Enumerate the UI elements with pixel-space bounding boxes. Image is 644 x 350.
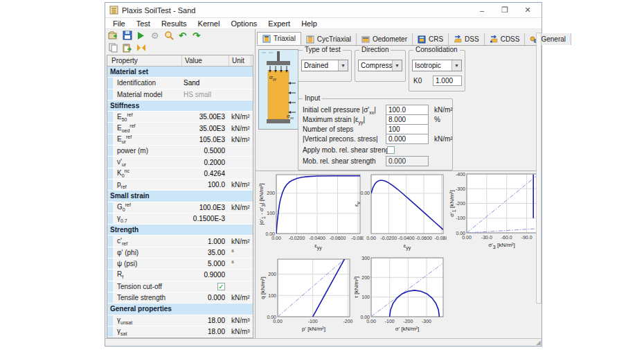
direction-label: Direction	[359, 46, 391, 53]
direction-dropdown[interactable]: Compression ▼	[358, 60, 402, 71]
property-label: γsat	[113, 327, 182, 336]
svg-text:-0.0400: -0.0400	[398, 236, 415, 240]
input-row-label: Maximum strain |εyy|	[303, 116, 365, 125]
type-of-test-groupbox: Type of test Drained ▼	[298, 50, 352, 82]
input-field[interactable]: 100.0	[386, 105, 429, 115]
svg-text:-0.0600: -0.0600	[330, 236, 346, 240]
property-value[interactable]: 35.00	[182, 249, 229, 256]
menu-test[interactable]: Test	[132, 19, 155, 28]
apply-mob-shear-checkbox[interactable]	[387, 146, 395, 154]
menu-file[interactable]: File	[108, 19, 130, 28]
property-value[interactable]: 100.0E3	[182, 204, 229, 211]
chart-mohr-circle: 0.00-100-200-3000.00100200300τ [kN/m²]σ'…	[352, 256, 447, 335]
row-gutter	[107, 270, 113, 280]
tab-cdss[interactable]: CDSS	[485, 33, 526, 45]
row-gutter	[107, 315, 113, 326]
table-row: Eurref105.0E3kN/m²	[107, 134, 253, 146]
property-value[interactable]: 0.5000	[182, 147, 229, 155]
tab-cyctriaxial[interactable]: CycTriaxial	[301, 33, 357, 45]
consolidation-value: Isotropic	[413, 62, 451, 69]
property-label: γunsat	[113, 316, 182, 325]
title-bar[interactable]: Plaxis SoilTest - Sand – ❐ ✕	[105, 3, 542, 18]
chart-volumetric-strain: 0.00-0.0200-0.0400-0.0600-0.0800.00εvεyy	[353, 173, 447, 252]
save-icon[interactable]	[121, 30, 133, 41]
section-row: Small strain	[107, 191, 253, 202]
row-gutter	[107, 146, 113, 156]
property-value[interactable]: 105.0E3	[182, 136, 229, 143]
property-value[interactable]: Sand	[182, 79, 229, 87]
input-field[interactable]: 8.000	[386, 114, 429, 125]
svg-text:0.00: 0.00	[271, 236, 281, 240]
tab-label: CDSS	[501, 35, 520, 43]
input-unit: %	[434, 116, 440, 123]
resize-grip[interactable]: ◢	[536, 340, 541, 346]
menu-kernel[interactable]: Kernel	[193, 19, 225, 28]
property-value[interactable]: 0.1500E-3	[182, 215, 229, 222]
property-value[interactable]: ✓	[182, 283, 229, 291]
svg-text:-100: -100	[308, 319, 318, 324]
column-header-spacer	[251, 55, 253, 66]
run-icon[interactable]	[135, 30, 147, 41]
property-value[interactable]: 18.00	[182, 317, 229, 324]
property-value[interactable]: 100.0	[182, 181, 229, 189]
close-button[interactable]: ✕	[518, 6, 537, 15]
consolidation-dropdown[interactable]: Isotropic ▼	[412, 60, 462, 71]
table-row: Eoedref35.00E3kN/m²	[107, 123, 253, 134]
property-table: Property Value Unit Material setIdentifi…	[107, 55, 253, 338]
input-field[interactable]: 0.000	[386, 134, 429, 144]
property-value[interactable]: 0.4264	[182, 170, 229, 177]
tab-crs[interactable]: CRS	[413, 33, 449, 45]
tab-general[interactable]: General	[525, 33, 571, 45]
menu-results[interactable]: Results	[156, 19, 192, 28]
svg-text:200: 200	[268, 272, 276, 277]
property-value[interactable]: 35.00E3	[182, 125, 229, 132]
k0-label: K0	[413, 77, 422, 85]
column-header-property: Property	[107, 55, 182, 66]
input-field[interactable]: 100	[386, 124, 429, 134]
type-of-test-dropdown[interactable]: Drained ▼	[301, 60, 348, 71]
menu-expert[interactable]: Expert	[263, 19, 295, 28]
property-label: Identification	[113, 79, 182, 87]
property-unit: kN/m²	[229, 294, 253, 301]
k0-field[interactable]: 1.000	[433, 76, 462, 86]
property-value[interactable]: 5.000	[182, 260, 229, 268]
redo-icon[interactable]: ↷	[190, 30, 202, 41]
input-unit: kN/m²	[434, 106, 453, 114]
tab-triaxial[interactable]: Triaxial	[257, 32, 301, 45]
tab-dss[interactable]: DSS	[449, 33, 485, 45]
menu-help[interactable]: Help	[296, 19, 322, 28]
undo-icon[interactable]: ↶	[177, 30, 188, 41]
property-value[interactable]: 35.00E3	[182, 113, 229, 121]
vertical-scrollbar[interactable]	[536, 33, 542, 304]
maximize-button[interactable]: ❐	[495, 6, 515, 15]
input-field: 0.000	[386, 156, 429, 166]
minimize-button[interactable]: –	[472, 6, 492, 15]
chevron-down-icon[interactable]: ▼	[451, 60, 461, 71]
open-icon[interactable]	[107, 30, 119, 41]
property-value[interactable]: HS small	[182, 91, 229, 98]
type-of-test-label: Type of test	[303, 46, 343, 53]
svg-text:-0.0600: -0.0600	[415, 236, 432, 240]
checkbox[interactable]: ✓	[217, 283, 225, 290]
zoom-icon[interactable]	[163, 30, 175, 41]
menu-options[interactable]: Options	[226, 19, 262, 28]
svg-text:-100: -100	[385, 319, 395, 324]
chevron-down-icon[interactable]: ▼	[338, 60, 348, 71]
tab-oedometer[interactable]: Oedometer	[357, 33, 413, 45]
table-row: γsat18.00kN/m³	[107, 326, 253, 338]
property-unit: kN/m²	[229, 113, 253, 121]
oedometer-icon	[361, 35, 370, 44]
property-label: power (m)	[113, 147, 182, 155]
tab-label: Oedometer	[373, 35, 407, 43]
paste-icon[interactable]	[121, 42, 133, 53]
svg-text:-300: -300	[422, 319, 431, 324]
property-value[interactable]: 1.000	[182, 238, 229, 245]
copy-icon[interactable]	[107, 42, 119, 53]
property-value[interactable]: 0.000	[182, 294, 229, 301]
chevron-down-icon[interactable]: ▼	[392, 60, 402, 71]
property-value[interactable]: 0.9000	[182, 271, 229, 279]
material-sets-icon[interactable]	[135, 42, 147, 53]
property-value[interactable]: 0.2000	[182, 159, 229, 166]
property-value[interactable]: 18.00	[182, 328, 229, 335]
property-unit: kN/m²	[229, 125, 253, 132]
